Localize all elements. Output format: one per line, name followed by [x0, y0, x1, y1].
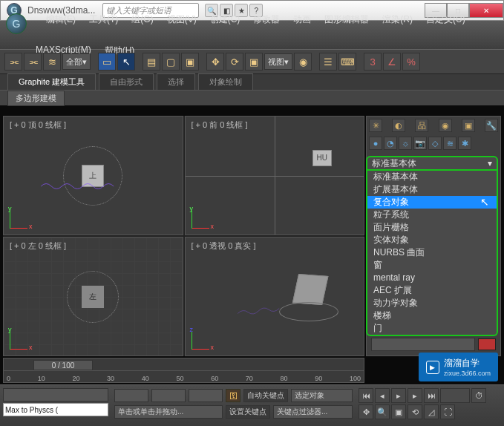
menu-grapheditors[interactable]: 图形编辑器	[324, 13, 369, 34]
menu-rendering[interactable]: 渲染(R)	[382, 13, 413, 34]
status-prompt: 单击或单击并拖动...	[114, 405, 223, 419]
goto-end-icon[interactable]: ⏭	[424, 388, 439, 403]
viewport-top[interactable]: [ + 0 顶 0 线框 ] 上 xy	[3, 116, 183, 235]
create-tab-icon[interactable]: ✳	[369, 119, 382, 132]
dropdown-item[interactable]: 门	[367, 322, 497, 335]
menu-customize[interactable]: 自定义(U)	[426, 13, 465, 34]
dropdown-item[interactable]: NURBS 曲面	[367, 246, 497, 259]
dropdown-item[interactable]: 标准基本体	[367, 171, 497, 183]
helpers-icon[interactable]: ◇	[428, 137, 442, 150]
unlink-icon[interactable]: ⫘	[24, 53, 42, 71]
app-menu-button[interactable]: G	[6, 13, 27, 34]
selection-filter-select[interactable]: 全部 ▾	[62, 53, 91, 70]
dropdown-item[interactable]: 楼梯	[367, 309, 497, 322]
select-arrow-icon[interactable]: ↖	[117, 53, 135, 71]
lights-icon[interactable]: ☼	[399, 137, 412, 150]
modify-tab-icon[interactable]: ◐	[392, 119, 405, 132]
coord-z-field[interactable]	[189, 389, 223, 402]
prev-frame-icon[interactable]: ◂	[375, 388, 390, 403]
orbit-icon[interactable]: ⟲	[408, 404, 422, 419]
rotate-icon[interactable]: ⟳	[226, 53, 243, 71]
dropdown-item[interactable]: 粒子系统	[367, 209, 497, 221]
menu-view[interactable]: 视图(V)	[167, 13, 197, 34]
goto-start-icon[interactable]: ⏮	[359, 388, 373, 403]
menu-edit[interactable]: 编辑(E)	[46, 13, 76, 34]
tab-objectpaint[interactable]: 对象绘制	[198, 73, 253, 90]
coord-y-field[interactable]	[151, 389, 186, 402]
maxscript-listener-input[interactable]: Max to Physcs (	[3, 403, 108, 416]
dropdown-item[interactable]: AEC 扩展	[367, 284, 497, 297]
utilities-tab-icon[interactable]: 🔧	[485, 119, 498, 132]
menu-modifiers[interactable]: 修改器	[253, 13, 280, 34]
fov-icon[interactable]: ◿	[424, 404, 439, 419]
geometry-category-dropdown[interactable]: 标准基本体 ▾ 标准基本体 扩展基本体 复合对象↖ 粒子系统 面片栅格 实体对象…	[366, 156, 498, 336]
time-ruler[interactable]: 0 10 20 30 40 50 60 70 80 90 100	[4, 370, 364, 382]
tab-graphite[interactable]: Graphite 建模工具	[7, 73, 96, 90]
spacewarps-icon[interactable]: ≋	[443, 137, 456, 150]
dropdown-item[interactable]: 扩展基本体	[367, 183, 497, 196]
coord-x-field[interactable]	[114, 389, 148, 402]
time-config-icon[interactable]: ⏱	[471, 388, 486, 403]
snap-toggle-icon[interactable]: 3	[364, 53, 382, 71]
dropdown-item[interactable]: 面片栅格	[367, 221, 497, 234]
close-button[interactable]: ✕	[469, 3, 503, 18]
tab-freeform[interactable]: 自由形式	[99, 73, 154, 90]
pan-view-icon[interactable]: ✥	[359, 404, 373, 419]
ref-coord-select[interactable]: 视图 ▾	[264, 53, 292, 70]
display-tab-icon[interactable]: ▣	[462, 119, 475, 132]
window-crossing-icon[interactable]: ▣	[181, 53, 199, 71]
center-pivot-icon[interactable]: ◉	[294, 53, 312, 71]
autokey-button[interactable]: 自动关键点	[243, 389, 288, 402]
play-icon[interactable]: ▸	[391, 388, 406, 403]
motion-tab-icon[interactable]: ◉	[439, 119, 452, 132]
maximize-viewport-icon[interactable]: ⛶	[440, 404, 455, 419]
object-color-swatch[interactable]	[478, 338, 496, 350]
link-icon[interactable]: ⫘	[4, 53, 22, 71]
zoom-extents-icon[interactable]: ▣	[391, 404, 406, 419]
tab-selection[interactable]: 选择	[157, 73, 195, 90]
dropdown-list: 标准基本体 扩展基本体 复合对象↖ 粒子系统 面片栅格 实体对象 NURBS 曲…	[366, 171, 498, 336]
hierarchy-tab-icon[interactable]: 品	[415, 119, 428, 132]
dropdown-item[interactable]: mental ray	[367, 272, 497, 284]
panel-polymodeling[interactable]: 多边形建模	[7, 91, 65, 106]
next-frame-icon[interactable]: ▸	[408, 388, 422, 403]
move-icon[interactable]: ✥	[206, 53, 224, 71]
menu-tools[interactable]: 工具(T)	[89, 13, 118, 34]
bind-icon[interactable]: ≋	[43, 53, 61, 71]
setkey-button[interactable]: 设置关键点	[226, 405, 270, 419]
percent-snap-icon[interactable]: %	[402, 53, 420, 71]
status-bar: Max to Physcs ( ⚿ 自动关键点 选定对象 单击或单击并拖动...…	[0, 384, 504, 426]
viewport-front[interactable]: [ + 0 前 0 线框 ] HU xy	[185, 116, 365, 235]
viewport-perspective[interactable]: [ + 0 透视 0 真实 ] xz	[185, 237, 365, 356]
object-name-input[interactable]	[371, 338, 475, 351]
dropdown-item[interactable]: 实体对象	[367, 234, 497, 246]
dropdown-item[interactable]: 复合对象↖	[367, 196, 497, 209]
viewport-left[interactable]: [ + 0 左 0 线框 ] 左 xy	[3, 237, 183, 356]
manipulate-icon[interactable]: ☰	[319, 53, 337, 71]
scale-icon[interactable]: ▣	[245, 53, 263, 71]
geometry-icon[interactable]: ●	[369, 137, 382, 150]
select-object-icon[interactable]: ▭	[98, 53, 116, 71]
menu-group[interactable]: 组(G)	[131, 13, 153, 34]
dropdown-selected: 标准基本体	[372, 157, 416, 170]
dropdown-item[interactable]: 动力学对象	[367, 297, 497, 309]
zoom-icon[interactable]: 🔍	[375, 404, 390, 419]
current-frame-field[interactable]	[440, 388, 470, 403]
play-badge-icon: ▶	[426, 361, 439, 374]
key-icon[interactable]: ⚿	[226, 389, 240, 402]
dropdown-item[interactable]: 窗	[367, 259, 497, 272]
trackbar-strip[interactable]	[3, 388, 108, 402]
keyfilter-button[interactable]: 关键点过滤器...	[273, 405, 353, 419]
cameras-icon[interactable]: 📷	[413, 137, 427, 150]
shapes-icon[interactable]: ◔	[384, 137, 397, 150]
menu-create[interactable]: 创建(C)	[210, 13, 240, 34]
time-slider[interactable]: 0 / 100	[33, 360, 93, 370]
watermark-url: zixue.3d66.com	[444, 370, 491, 377]
select-region-icon[interactable]: ▢	[162, 53, 180, 71]
select-by-name-icon[interactable]: ▤	[143, 53, 160, 71]
keymode-select[interactable]: 选定对象	[291, 389, 353, 402]
menu-animation[interactable]: 动画	[293, 13, 311, 34]
systems-icon[interactable]: ✱	[458, 137, 471, 150]
angle-snap-icon[interactable]: ∠	[383, 53, 401, 71]
keyboard-shortcut-icon[interactable]: ⌨	[338, 53, 356, 71]
